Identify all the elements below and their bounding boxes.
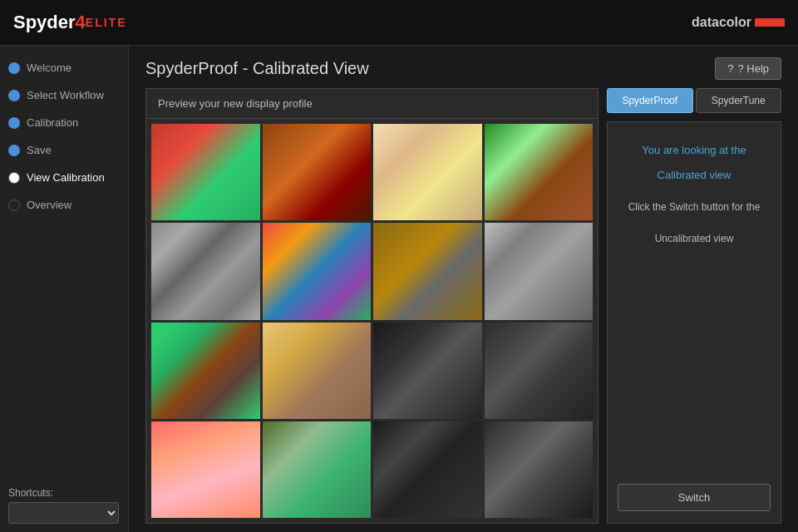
nav-dot-calibration <box>8 117 20 129</box>
photo-cell-4[interactable] <box>485 124 594 220</box>
sidebar-item-welcome-label: Welcome <box>27 62 71 74</box>
sidebar-item-save-label: Save <box>27 144 52 156</box>
nav-dot-select-workflow <box>8 90 20 101</box>
datacolor-logo: datacolor <box>692 15 785 30</box>
sidebar-item-select-workflow-label: Select Workflow <box>27 89 104 101</box>
logo-4: 4 <box>76 12 86 33</box>
photo-panel-header: Preview your new display profile <box>146 89 598 119</box>
photo-cell-10[interactable] <box>263 323 372 419</box>
photo-grid <box>146 119 598 523</box>
photo-cell-6[interactable] <box>263 223 372 319</box>
switch-instruction-line2: Uncalibrated view <box>618 231 771 246</box>
photo-cell-14[interactable] <box>263 421 372 518</box>
photo-cell-11[interactable] <box>373 323 482 419</box>
calibrated-status-line2: Calibrated view <box>618 167 771 184</box>
sidebar-item-overview[interactable]: Overview <box>0 191 128 219</box>
sidebar-item-calibration[interactable]: Calibration <box>0 109 128 136</box>
photo-cell-7[interactable] <box>373 223 482 319</box>
photo-panel: Preview your new display profile <box>145 88 598 524</box>
switch-button[interactable]: Switch <box>618 484 771 511</box>
datacolor-bar-icon <box>755 18 785 27</box>
sidebar-item-overview-label: Overview <box>27 199 71 211</box>
photo-cell-16[interactable] <box>485 421 594 518</box>
shortcuts-dropdown[interactable] <box>8 502 119 524</box>
photo-cell-5[interactable] <box>151 223 260 319</box>
sidebar-item-view-calibration-label: View Calibration <box>27 171 105 184</box>
help-icon: ? <box>727 62 733 75</box>
sidebar-item-calibration-label: Calibration <box>27 116 78 129</box>
nav-dot-view-calibration <box>8 172 20 184</box>
photo-cell-2[interactable] <box>263 124 372 220</box>
photo-cell-15[interactable] <box>373 421 482 518</box>
switch-instruction-line1: Click the Switch button for the <box>618 200 771 214</box>
nav-dot-save <box>8 145 20 156</box>
content-area: SpyderProof - Calibrated View ? ? Help P… <box>129 46 798 532</box>
photo-cell-8[interactable] <box>485 223 594 319</box>
help-label: ? Help <box>737 62 769 75</box>
right-panel: SpyderProof SpyderTune You are looking a… <box>607 88 781 524</box>
main-layout: Welcome Select Workflow Calibration Save… <box>0 46 798 532</box>
nav-dot-overview <box>8 200 20 211</box>
page-header: SpyderProof - Calibrated View ? ? Help <box>129 46 798 88</box>
sidebar-item-save[interactable]: Save <box>0 136 128 164</box>
nav-dot-welcome <box>8 62 20 74</box>
tab-spyder-tune[interactable]: SpyderTune <box>696 88 782 113</box>
header: Spyder 4 ELITE datacolor <box>0 0 798 46</box>
logo-spyder: Spyder <box>13 12 76 33</box>
help-button[interactable]: ? ? Help <box>715 57 781 80</box>
photo-cell-13[interactable] <box>151 421 260 518</box>
logo-area: Spyder 4 ELITE <box>13 12 127 33</box>
photo-cell-9[interactable] <box>151 323 260 419</box>
photo-cell-3[interactable] <box>373 124 482 220</box>
datacolor-text: datacolor <box>692 15 751 30</box>
sidebar-item-welcome[interactable]: Welcome <box>0 54 128 81</box>
inner-content: Preview your new display profile <box>129 88 798 532</box>
photo-cell-1[interactable] <box>151 124 260 220</box>
shortcuts-label: Shortcuts: <box>8 487 120 499</box>
sidebar-item-view-calibration[interactable]: View Calibration <box>0 164 128 191</box>
calibrated-status-line1: You are looking at the <box>618 142 771 159</box>
sidebar-item-select-workflow[interactable]: Select Workflow <box>0 81 128 109</box>
info-box: You are looking at the Calibrated view C… <box>607 121 781 524</box>
shortcuts-area: Shortcuts: <box>0 479 128 532</box>
tabs: SpyderProof SpyderTune <box>607 88 781 113</box>
tab-spyder-proof[interactable]: SpyderProof <box>607 88 693 113</box>
photo-cell-12[interactable] <box>485 323 594 419</box>
logo-elite: ELITE <box>86 16 127 29</box>
sidebar: Welcome Select Workflow Calibration Save… <box>0 46 129 532</box>
page-title: SpyderProof - Calibrated View <box>145 59 369 78</box>
